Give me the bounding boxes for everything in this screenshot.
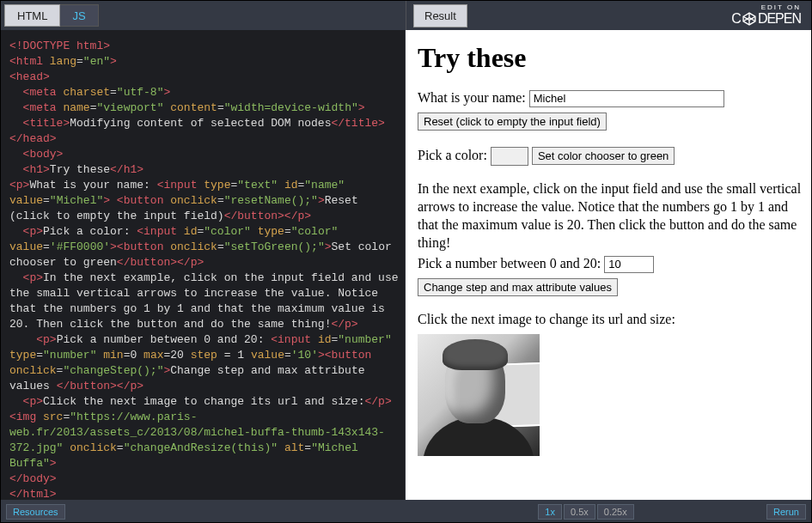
top-bar: HTML JS Result EDIT ON C DEPEN bbox=[1, 1, 811, 30]
zoom-1x-button[interactable]: 1x bbox=[538, 504, 562, 520]
portrait-image[interactable] bbox=[418, 334, 540, 456]
zoom-05x-button[interactable]: 0.5x bbox=[564, 504, 595, 520]
zoom-025x-button[interactable]: 0.25x bbox=[597, 504, 634, 520]
resources-button[interactable]: Resources bbox=[6, 504, 65, 520]
tab-result[interactable]: Result bbox=[413, 4, 467, 27]
image-label: Click the next image to change its url a… bbox=[418, 311, 803, 329]
codepen-brand[interactable]: EDIT ON C DEPEN bbox=[731, 4, 801, 27]
color-label: Pick a color: bbox=[418, 148, 491, 162]
description-text: In the next example, click on the input … bbox=[418, 180, 803, 252]
color-input[interactable] bbox=[491, 147, 528, 166]
codepen-logo: C DEPEN bbox=[731, 11, 801, 27]
bottom-bar: Resources 1x 0.5x 0.25x Rerun bbox=[1, 500, 811, 523]
color-block: Pick a color: Set color chooser to green bbox=[418, 145, 803, 166]
name-input[interactable] bbox=[529, 90, 724, 107]
zoom-controls: 1x 0.5x 0.25x bbox=[538, 504, 633, 520]
set-color-button[interactable]: Set color chooser to green bbox=[532, 147, 675, 165]
main-split: <!DOCTYPE html> <html lang="en"> <head> … bbox=[1, 30, 811, 500]
reset-button[interactable]: Reset (click to empty the input field) bbox=[418, 113, 607, 131]
number-block: Pick a number between 0 and 20: Change s… bbox=[418, 255, 803, 296]
code-editor[interactable]: <!DOCTYPE html> <html lang="en"> <head> … bbox=[1, 30, 406, 500]
result-pane: Try these What is your name: Reset (clic… bbox=[406, 30, 811, 500]
number-input[interactable] bbox=[604, 256, 654, 273]
codepen-cube-icon bbox=[742, 11, 757, 27]
page-title: Try these bbox=[418, 42, 803, 74]
edit-on-label: EDIT ON bbox=[731, 4, 801, 11]
rerun-button[interactable]: Rerun bbox=[766, 504, 806, 520]
tab-js[interactable]: JS bbox=[60, 4, 98, 27]
name-label: What is your name: bbox=[418, 90, 529, 105]
tab-html[interactable]: HTML bbox=[4, 4, 60, 27]
name-block: What is your name: Reset (click to empty… bbox=[418, 89, 803, 131]
editor-tabs: HTML JS bbox=[1, 1, 406, 30]
result-tabs: Result EDIT ON C DEPEN bbox=[406, 1, 811, 30]
change-step-button[interactable]: Change step and max attribute values bbox=[418, 278, 618, 296]
number-label: Pick a number between 0 and 20: bbox=[418, 256, 604, 271]
